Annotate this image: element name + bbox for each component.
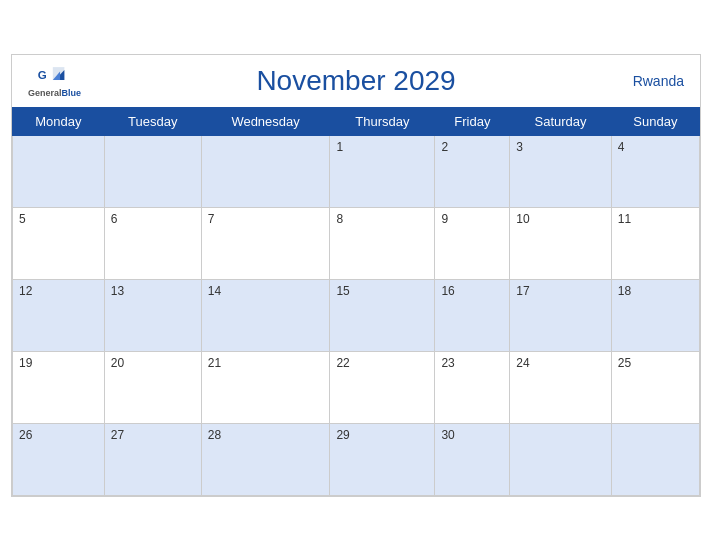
calendar-cell: 11 (611, 207, 699, 279)
calendar-cell (13, 135, 105, 207)
day-number: 27 (111, 428, 124, 442)
day-number: 23 (441, 356, 454, 370)
calendar-cell: 21 (201, 351, 330, 423)
calendar-cell: 10 (510, 207, 611, 279)
calendar-cell: 24 (510, 351, 611, 423)
day-number: 14 (208, 284, 221, 298)
calendar-cell: 23 (435, 351, 510, 423)
calendar-week-row: 2627282930 (13, 423, 700, 495)
calendar-cell: 28 (201, 423, 330, 495)
logo: G GeneralBlue (28, 64, 81, 98)
day-number: 15 (336, 284, 349, 298)
calendar-week-row: 19202122232425 (13, 351, 700, 423)
calendar-cell: 3 (510, 135, 611, 207)
weekday-header-saturday: Saturday (510, 107, 611, 135)
weekday-header-row: MondayTuesdayWednesdayThursdayFridaySatu… (13, 107, 700, 135)
calendar-week-row: 12131415161718 (13, 279, 700, 351)
day-number: 9 (441, 212, 448, 226)
calendar-cell (201, 135, 330, 207)
calendar-body: 1234567891011121314151617181920212223242… (13, 135, 700, 495)
day-number: 4 (618, 140, 625, 154)
day-number: 29 (336, 428, 349, 442)
calendar-table: MondayTuesdayWednesdayThursdayFridaySatu… (12, 107, 700, 496)
calendar-cell: 30 (435, 423, 510, 495)
day-number: 12 (19, 284, 32, 298)
weekday-header-monday: Monday (13, 107, 105, 135)
calendar-cell: 5 (13, 207, 105, 279)
calendar-cell: 7 (201, 207, 330, 279)
day-number: 19 (19, 356, 32, 370)
calendar-cell (104, 135, 201, 207)
calendar-cell: 15 (330, 279, 435, 351)
day-number: 24 (516, 356, 529, 370)
calendar-cell: 14 (201, 279, 330, 351)
day-number: 7 (208, 212, 215, 226)
day-number: 18 (618, 284, 631, 298)
day-number: 8 (336, 212, 343, 226)
calendar-cell (611, 423, 699, 495)
day-number: 16 (441, 284, 454, 298)
month-title: November 2029 (256, 65, 455, 97)
calendar-cell: 1 (330, 135, 435, 207)
calendar-container: G GeneralBlue November 2029 Rwanda Monda… (11, 54, 701, 497)
day-number: 2 (441, 140, 448, 154)
day-number: 10 (516, 212, 529, 226)
day-number: 21 (208, 356, 221, 370)
calendar-cell: 4 (611, 135, 699, 207)
day-number: 22 (336, 356, 349, 370)
day-number: 28 (208, 428, 221, 442)
calendar-cell: 2 (435, 135, 510, 207)
weekday-header-thursday: Thursday (330, 107, 435, 135)
calendar-cell: 6 (104, 207, 201, 279)
calendar-cell: 18 (611, 279, 699, 351)
logo-text: GeneralBlue (28, 88, 81, 98)
day-number: 20 (111, 356, 124, 370)
day-number: 5 (19, 212, 26, 226)
day-number: 26 (19, 428, 32, 442)
day-number: 6 (111, 212, 118, 226)
day-number: 17 (516, 284, 529, 298)
day-number: 3 (516, 140, 523, 154)
day-number: 1 (336, 140, 343, 154)
calendar-cell: 20 (104, 351, 201, 423)
calendar-cell: 27 (104, 423, 201, 495)
weekday-header-sunday: Sunday (611, 107, 699, 135)
calendar-cell: 22 (330, 351, 435, 423)
weekday-header-tuesday: Tuesday (104, 107, 201, 135)
calendar-cell: 17 (510, 279, 611, 351)
calendar-week-row: 1234 (13, 135, 700, 207)
calendar-cell: 13 (104, 279, 201, 351)
day-number: 25 (618, 356, 631, 370)
calendar-week-row: 567891011 (13, 207, 700, 279)
calendar-cell: 9 (435, 207, 510, 279)
country-label: Rwanda (633, 73, 684, 89)
day-number: 30 (441, 428, 454, 442)
calendar-cell: 16 (435, 279, 510, 351)
day-number: 11 (618, 212, 631, 226)
calendar-cell (510, 423, 611, 495)
day-number: 13 (111, 284, 124, 298)
calendar-cell: 29 (330, 423, 435, 495)
calendar-header: G GeneralBlue November 2029 Rwanda (12, 55, 700, 107)
calendar-cell: 19 (13, 351, 105, 423)
calendar-cell: 8 (330, 207, 435, 279)
calendar-cell: 25 (611, 351, 699, 423)
calendar-cell: 12 (13, 279, 105, 351)
svg-text:G: G (37, 68, 46, 80)
weekday-header-wednesday: Wednesday (201, 107, 330, 135)
weekday-header-friday: Friday (435, 107, 510, 135)
calendar-cell: 26 (13, 423, 105, 495)
